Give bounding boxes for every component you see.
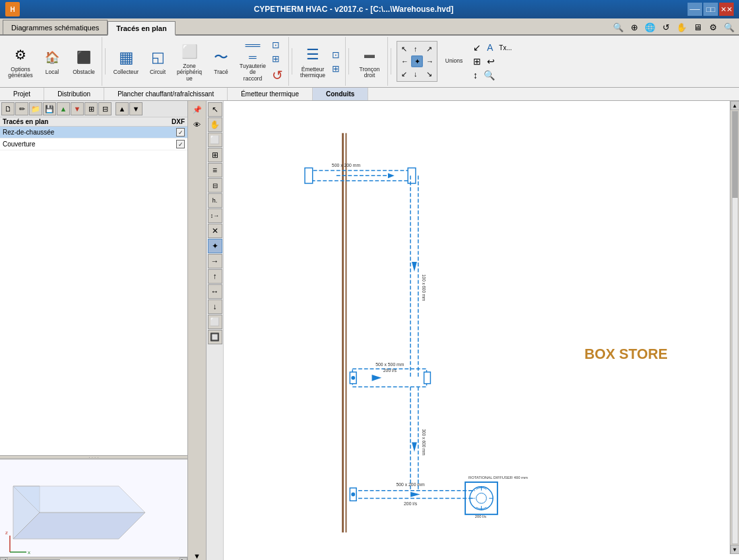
svg-text:x: x [28, 549, 30, 555]
lp-folder-btn[interactable]: 📁 [29, 102, 42, 115]
vscroll-up[interactable]: ▲ [730, 101, 740, 110]
conduit-extra-4[interactable]: ⊞ [470, 55, 484, 68]
ribbon-btn-unions[interactable]: Unions [439, 43, 469, 80]
vt-dim[interactable]: ⊟ [208, 178, 222, 193]
vscroll-down[interactable]: ▼ [730, 545, 740, 554]
ribbon-btn-circuit[interactable]: ◱ Circuit [143, 43, 173, 80]
vt-horiz-arrow[interactable]: ↔ [208, 284, 222, 299]
emetteur-sm-icon-2: ⊞ [332, 63, 340, 74]
emetteur-sm-2[interactable]: ⊞ [329, 62, 342, 75]
tabbar-right-icons: 🔍 ⊕ 🌐 ↺ ✋ 🖥 ⚙ 🔍 [611, 20, 739, 34]
layer-row-rez[interactable]: Rez-de-chaussée [0, 127, 187, 139]
svg-rect-9 [307, 170, 410, 181]
section-tab-distribution[interactable]: Distribution [44, 88, 104, 100]
side-icon-pin[interactable]: 📌 [190, 102, 205, 117]
lp-barcode2-btn[interactable]: ⊟ [98, 102, 112, 115]
conduit-extra-1[interactable]: ↙ [470, 41, 484, 54]
ribbon-sm-btn-3[interactable]: ↺ [269, 66, 286, 84]
ribbon-btn-collecteur[interactable]: ▦ Collecteur [111, 43, 141, 80]
conduit-arrow-left[interactable]: ← [399, 55, 410, 67]
preview-scroll-left[interactable]: ◀ [0, 557, 8, 561]
ribbon-btn-obstacle[interactable]: ⬛ Obstacle [69, 43, 99, 80]
tab-traces[interactable]: Tracés en plan [108, 21, 175, 36]
vt-grid[interactable]: ⊞ [208, 148, 222, 162]
ribbon-btn-troncon[interactable]: ▬ Tronçon droit [354, 42, 385, 81]
lp-down-btn[interactable]: ▼ [71, 102, 84, 115]
section-tab-conduits[interactable]: Conduits [313, 88, 368, 100]
ribbon-btn-emetteur[interactable]: ☰ Émetteur thermique [298, 42, 328, 81]
section-tab-plancher[interactable]: Plancher chauffant/rafraîchissant [104, 88, 228, 100]
vt-up-arrow[interactable]: ↑ [208, 269, 222, 284]
globe-icon[interactable]: 🌐 [643, 20, 657, 34]
layer-checkbox-couverture[interactable] [176, 140, 185, 148]
lp-new-btn[interactable]: 🗋 [1, 102, 15, 115]
tab-diagrammes[interactable]: Diagrammes schématiques [3, 20, 108, 34]
search2-icon[interactable]: 🔍 [722, 20, 736, 34]
vt-right-arrow[interactable]: → [208, 254, 222, 268]
window-title: CYPETHERM HVAC - v2017.c - [C:\...\Wareh… [20, 5, 688, 14]
vt-cross[interactable]: ✕ [208, 224, 222, 238]
section-tab-emetteur[interactable]: Émetteur thermique [228, 88, 313, 100]
layer-list: Rez-de-chaussée Couverture [0, 127, 187, 455]
conduit-extra-7[interactable]: 🔍 [481, 69, 498, 82]
vt-hatch[interactable]: ≡ [208, 163, 222, 177]
lp-arrow-down-btn[interactable]: ▼ [129, 102, 143, 115]
conduit-arrow-up-left[interactable]: ↖ [399, 43, 410, 55]
maximize-button[interactable]: □ [703, 3, 718, 16]
vt-down[interactable]: ↓ [208, 299, 222, 314]
settings-icon[interactable]: ⚙ [706, 20, 721, 34]
vt-star[interactable]: ✦ [208, 239, 222, 253]
left-panel-toolbar: 🗋 ✏ 📁 💾 ▲ ▼ ⊞ ⊟ ▲ ▼ [0, 101, 187, 117]
vt-pointer[interactable]: ↖ [208, 102, 222, 117]
side-icon-eye[interactable]: 👁 [190, 117, 205, 132]
minimize-button[interactable]: ─ [688, 3, 702, 16]
conduit-extra-2[interactable]: A [484, 41, 496, 54]
conduit-center[interactable]: ✦ [411, 55, 423, 67]
preview-svg: z x [0, 460, 172, 560]
lp-arrow-up-btn[interactable]: ▲ [115, 102, 129, 115]
tab-bar: Diagrammes schématiques Tracés en plan 🔍… [0, 18, 739, 36]
ribbon-sm-btn-1[interactable]: ⊡ [269, 38, 286, 51]
close-button[interactable]: ✕ [719, 3, 734, 16]
conduit-extra-5[interactable]: ↩ [484, 55, 498, 68]
ribbon-btn-options[interactable]: ⚙ Options générales [5, 42, 36, 81]
conduit-extra-6[interactable]: ↕ [470, 69, 480, 82]
preview-scroll-right[interactable]: ▶ [179, 557, 187, 561]
ribbon-btn-zone[interactable]: ⬜ Zone périphérique [174, 39, 205, 84]
conduit-arrow-up-right[interactable]: ↗ [424, 43, 435, 55]
ribbon-btn-tuyauterie[interactable]: ═══ Tuyauterie de raccord [238, 39, 268, 84]
section-tab-projet[interactable]: Projet [0, 88, 44, 100]
lp-barcode-btn[interactable]: ⊞ [84, 102, 98, 115]
main-area: 🗋 ✏ 📁 💾 ▲ ▼ ⊞ ⊟ ▲ ▼ Tracés en plan DXF R… [0, 101, 739, 560]
conduit-arrow-down-left[interactable]: ↙ [399, 68, 410, 80]
search-icon[interactable]: 🔍 [611, 20, 626, 34]
monitor-icon[interactable]: 🖥 [690, 20, 705, 34]
svg-text:BOX STORE: BOX STORE [585, 346, 668, 362]
lp-edit-btn[interactable]: ✏ [15, 102, 28, 115]
vt-box[interactable]: ⬜ [208, 315, 222, 329]
collecteur-icon: ▦ [115, 47, 137, 68]
side-icon-down[interactable]: ▼ [190, 549, 205, 560]
canvas-area[interactable]: 500 x 200 mm 100 x 600 mm 500 x 500 mm 2… [224, 101, 739, 560]
zoom-icon[interactable]: ⊕ [627, 20, 641, 34]
conduit-arrow-down[interactable]: ↓ [411, 68, 423, 80]
layer-row-couverture[interactable]: Couverture [0, 139, 187, 150]
vt-rect[interactable]: ⬜ [208, 133, 222, 147]
rotate-icon[interactable]: ↺ [659, 20, 673, 34]
lp-up-btn[interactable]: ▲ [57, 102, 70, 115]
vt-box2[interactable]: 🔲 [208, 330, 222, 344]
ribbon-btn-local[interactable]: 🏠 Local [37, 43, 67, 80]
vt-pan[interactable]: ✋ [208, 117, 222, 132]
layer-checkbox-rez[interactable] [176, 128, 185, 137]
conduit-arrow-up[interactable]: ↑ [411, 43, 423, 55]
hand-icon[interactable]: ✋ [674, 20, 689, 34]
conduit-extra-3[interactable]: Tx... [496, 41, 514, 54]
ribbon-btn-trace[interactable]: 〜 Tracé [206, 43, 236, 80]
vt-text[interactable]: h. [208, 193, 222, 208]
lp-save-btn[interactable]: 💾 [43, 102, 56, 115]
conduit-arrow-right[interactable]: → [424, 55, 435, 67]
vt-arrow[interactable]: ↕→ [208, 208, 222, 223]
emetteur-sm-1[interactable]: ⊡ [329, 48, 342, 61]
conduit-arrow-down-right[interactable]: ↘ [424, 68, 435, 80]
ribbon-sm-btn-2[interactable]: ⊞ [269, 52, 286, 65]
